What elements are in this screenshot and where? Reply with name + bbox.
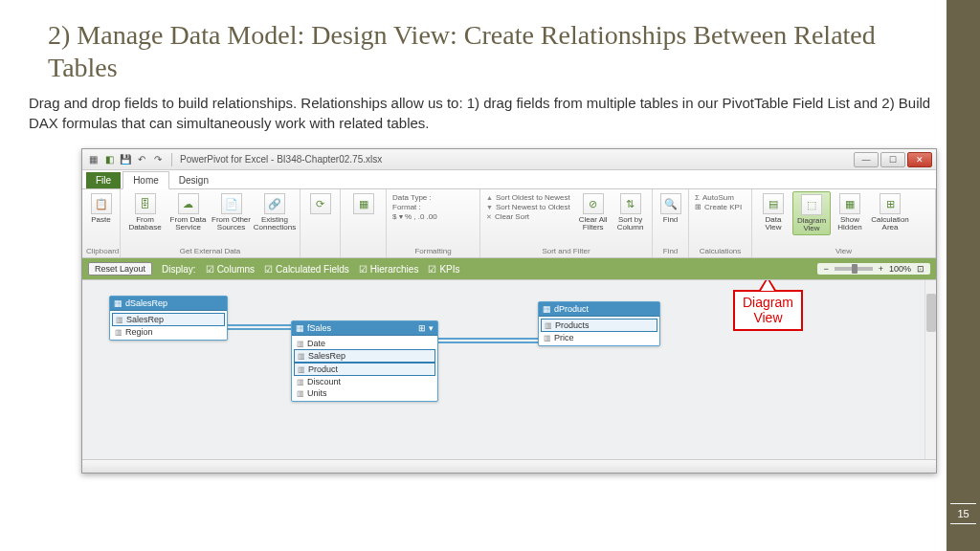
paste-icon: 📋 xyxy=(91,193,112,214)
show-hidden-icon: ▦ xyxy=(839,193,860,214)
table-fsales[interactable]: fSales⊞ ▾ Date SalesRep Product Discount… xyxy=(291,320,438,402)
from-data-service-button[interactable]: ☁From Data Service xyxy=(167,191,209,233)
ribbon: 📋Paste Clipboard 🗄From Database ☁From Da… xyxy=(82,189,936,258)
from-database-button[interactable]: 🗄From Database xyxy=(124,191,166,233)
reset-layout-button[interactable]: Reset Layout xyxy=(88,262,152,276)
clipboard-group-label: Clipboard xyxy=(86,246,116,256)
database-icon: 🗄 xyxy=(135,193,156,214)
sources-icon: 📄 xyxy=(221,193,242,214)
clear-filter-icon: ⊘ xyxy=(583,193,604,214)
field-units[interactable]: Units xyxy=(294,387,435,399)
display-options-bar: Reset Layout Display: Columns Calculated… xyxy=(82,258,936,279)
close-button[interactable]: ✕ xyxy=(907,152,932,167)
data-view-button[interactable]: ▤Data View xyxy=(756,191,791,233)
home-tab[interactable]: Home xyxy=(122,171,169,189)
refresh-icon: ⟳ xyxy=(310,193,331,214)
file-tab[interactable]: File xyxy=(86,172,121,188)
slide-body-text: Drag and drop fields to build relationsh… xyxy=(0,93,980,143)
formatting-controls[interactable]: Data Type : Format : $ ▾ % , .0 .00 xyxy=(390,191,476,223)
design-tab[interactable]: Design xyxy=(169,172,218,188)
relationship-line[interactable] xyxy=(436,338,540,340)
existing-connections-button[interactable]: 🔗Existing Connections xyxy=(254,191,296,233)
columns-checkbox[interactable]: Columns xyxy=(206,264,255,275)
sort-by-column-button[interactable]: ⇅Sort by Column xyxy=(612,191,648,233)
table-dsalesrep[interactable]: dSalesRep SalesRep Region xyxy=(109,296,228,341)
zoom-level: 100% xyxy=(889,264,911,274)
field-price[interactable]: Price xyxy=(541,332,657,343)
display-label: Display: xyxy=(162,264,196,275)
diagram-view-button[interactable]: ⬚Diagram View xyxy=(792,191,831,235)
relationship-line[interactable] xyxy=(224,324,293,326)
calculated-fields-checkbox[interactable]: Calculated Fields xyxy=(264,264,349,275)
minimize-button[interactable]: — xyxy=(854,152,879,167)
sort-column-icon: ⇅ xyxy=(620,193,641,214)
field-product[interactable]: Product xyxy=(294,363,435,376)
ribbon-tabbar: File Home Design xyxy=(82,170,936,189)
view-group-label: View xyxy=(756,246,931,256)
paste-button[interactable]: 📋Paste xyxy=(86,191,116,226)
redo-icon[interactable]: ↷ xyxy=(151,153,165,166)
table-header[interactable]: dSalesRep xyxy=(110,297,227,311)
connections-icon: 🔗 xyxy=(264,193,285,214)
powerpivot-icon: ◧ xyxy=(102,153,116,166)
excel-icon: ▦ xyxy=(86,153,100,166)
relationship-line[interactable] xyxy=(224,328,293,330)
field-discount[interactable]: Discount xyxy=(294,376,435,387)
pivottable-button[interactable]: ▦ xyxy=(345,191,382,218)
save-icon[interactable]: 💾 xyxy=(119,153,132,166)
fit-icon[interactable]: ⊡ xyxy=(917,264,924,274)
diagram-view-callout: DiagramView xyxy=(733,290,803,331)
external-data-group-label: Get External Data xyxy=(124,246,296,256)
calc-controls[interactable]: Σ AutoSum ⊞ Create KPI xyxy=(693,191,747,213)
service-icon: ☁ xyxy=(178,193,199,214)
zoom-out-icon[interactable]: − xyxy=(823,264,828,274)
table-dproduct[interactable]: dProduct Products Price xyxy=(538,301,660,346)
window-title: PowerPivot for Excel - BI348-Chapter02.7… xyxy=(180,154,382,165)
diagram-canvas[interactable]: dSalesRep SalesRep Region fSales⊞ ▾ Date… xyxy=(82,279,936,459)
field-region[interactable]: Region xyxy=(112,326,225,338)
diagram-view-icon: ⬚ xyxy=(801,194,822,215)
undo-icon[interactable]: ↶ xyxy=(135,153,148,166)
from-other-sources-button[interactable]: 📄From Other Sources xyxy=(211,191,252,233)
field-salesrep[interactable]: SalesRep xyxy=(112,313,225,326)
refresh-button[interactable]: ⟳ xyxy=(304,191,336,218)
hierarchies-checkbox[interactable]: Hierarchies xyxy=(359,264,419,275)
page-number-badge: 15 xyxy=(950,503,976,524)
zoom-in-icon[interactable]: + xyxy=(879,264,883,274)
slide-title: 2) Manage Data Model: Design View: Creat… xyxy=(0,0,980,93)
data-view-icon: ▤ xyxy=(763,193,784,214)
titlebar: ▦ ◧ 💾 ↶ ↷ PowerPivot for Excel - BI348-C… xyxy=(82,149,936,170)
calc-group-label: Calculations xyxy=(693,246,747,256)
relationship-line[interactable] xyxy=(436,342,540,343)
clear-filters-button[interactable]: ⊘Clear All Filters xyxy=(575,191,611,233)
sort-filter-group-label: Sort and Filter xyxy=(484,246,648,256)
pivot-icon: ▦ xyxy=(353,193,374,214)
formatting-group-label: Formatting xyxy=(390,246,476,256)
status-bar xyxy=(82,459,936,473)
calc-area-icon: ⊞ xyxy=(880,193,901,214)
sort-controls[interactable]: ▲Sort Oldest to Newest ▼Sort Newest to O… xyxy=(484,191,573,223)
calculation-area-button[interactable]: ⊞Calculation Area xyxy=(869,191,911,233)
zoom-slider-thumb[interactable] xyxy=(852,264,858,274)
find-group-label: Find xyxy=(657,246,684,256)
field-salesrep[interactable]: SalesRep xyxy=(294,349,435,363)
field-date[interactable]: Date xyxy=(294,338,435,349)
table-header[interactable]: fSales⊞ ▾ xyxy=(292,321,437,336)
powerpivot-window: ▦ ◧ 💾 ↶ ↷ PowerPivot for Excel - BI348-C… xyxy=(81,148,937,474)
find-button[interactable]: 🔍Find xyxy=(657,191,684,226)
show-hidden-button[interactable]: ▦Show Hidden xyxy=(833,191,867,233)
kpis-checkbox[interactable]: KPIs xyxy=(428,264,459,275)
maximize-button[interactable]: ☐ xyxy=(880,152,905,167)
slide-accent-strip xyxy=(947,0,980,551)
field-products[interactable]: Products xyxy=(541,319,657,332)
table-header[interactable]: dProduct xyxy=(539,302,659,317)
vertical-scrollbar[interactable] xyxy=(924,280,936,459)
find-icon: 🔍 xyxy=(660,193,681,214)
